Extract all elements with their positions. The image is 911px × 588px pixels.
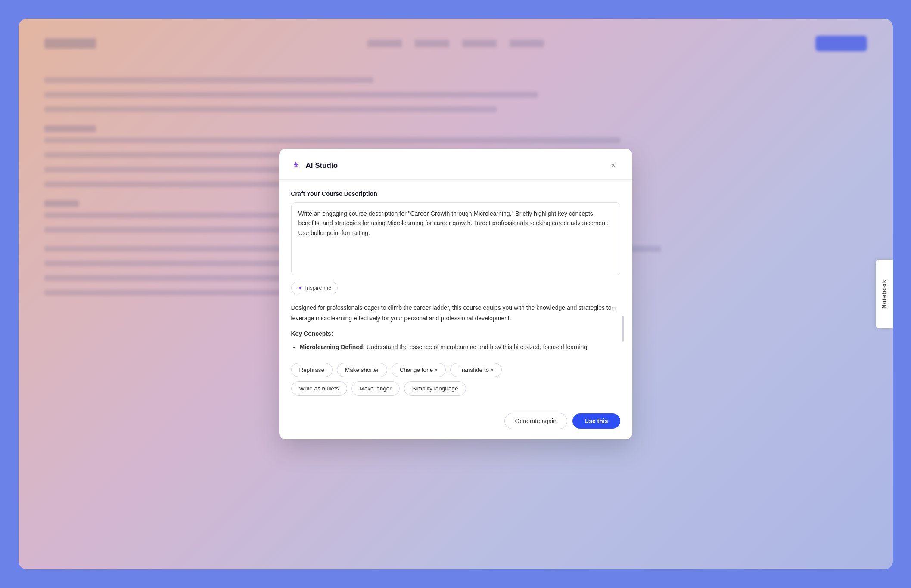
notebook-sidebar[interactable]: Notebook — [876, 260, 893, 328]
modal-body: Craft Your Course Description Write an e… — [279, 180, 632, 406]
ai-studio-icon — [291, 161, 302, 171]
close-icon: × — [611, 161, 616, 170]
generated-section: ⧉ Designed for professionals eager to cl… — [291, 303, 620, 354]
generated-text: Designed for professionals eager to clim… — [291, 303, 620, 354]
simplify-language-button[interactable]: Simplify language — [404, 381, 466, 396]
bullet-item: Microlearning Defined: Understand the es… — [300, 342, 616, 353]
scrollbar-indicator — [622, 316, 624, 342]
rephrase-label: Rephrase — [299, 367, 325, 373]
action-buttons-row2: Write as bullets Make longer Simplify la… — [291, 381, 620, 396]
action-buttons-row1: Rephrase Make shorter Change tone ▾ Tran… — [291, 363, 620, 377]
translate-to-chevron-icon: ▾ — [491, 367, 494, 373]
use-this-label: Use this — [585, 418, 608, 424]
bullet-item-text: Understand the essence of microlearning … — [365, 344, 587, 350]
modal-title-group: AI Studio — [291, 161, 338, 171]
modal-header: AI Studio × — [279, 149, 632, 180]
translate-to-button[interactable]: Translate to ▾ — [450, 363, 502, 377]
inspire-label: Inspire me — [305, 285, 332, 291]
change-tone-label: Change tone — [400, 367, 433, 373]
make-shorter-button[interactable]: Make shorter — [337, 363, 387, 377]
generate-again-button[interactable]: Generate again — [504, 413, 568, 429]
section-label: Craft Your Course Description — [291, 190, 620, 197]
prompt-textarea[interactable]: Write an engaging course description for… — [291, 202, 620, 275]
change-tone-button[interactable]: Change tone ▾ — [392, 363, 446, 377]
inspire-icon: ✦ — [298, 285, 303, 291]
generated-intro: Designed for professionals eager to clim… — [291, 303, 616, 324]
ai-studio-modal: AI Studio × Craft Your Course Descriptio… — [279, 149, 632, 439]
make-longer-button[interactable]: Make longer — [351, 381, 400, 396]
key-concepts-label: Key Concepts: — [291, 330, 333, 337]
rephrase-button[interactable]: Rephrase — [291, 363, 333, 377]
translate-to-label: Translate to — [458, 367, 489, 373]
close-button[interactable]: × — [606, 159, 620, 173]
change-tone-chevron-icon: ▾ — [435, 367, 438, 373]
write-as-bullets-button[interactable]: Write as bullets — [291, 381, 347, 396]
use-this-button[interactable]: Use this — [572, 413, 620, 429]
simplify-language-label: Simplify language — [412, 385, 458, 392]
bullet-item-label: Microlearning Defined: — [300, 344, 365, 350]
write-as-bullets-label: Write as bullets — [299, 385, 339, 392]
modal-footer: Generate again Use this — [279, 406, 632, 439]
notebook-label: Notebook — [881, 279, 887, 309]
make-shorter-label: Make shorter — [345, 367, 379, 373]
modal-title: AI Studio — [306, 161, 338, 170]
inspire-me-button[interactable]: ✦ Inspire me — [291, 282, 338, 294]
copy-icon[interactable]: ⧉ — [608, 303, 620, 315]
svg-point-0 — [295, 164, 297, 166]
generate-again-label: Generate again — [515, 418, 557, 424]
make-longer-label: Make longer — [360, 385, 392, 392]
